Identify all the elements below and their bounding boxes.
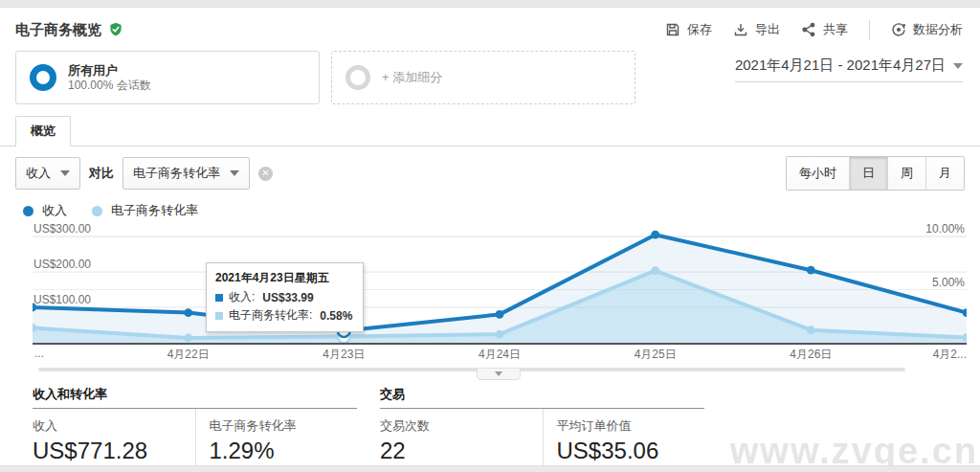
date-range-text: 2021年4月21日 - 2021年4月27日 [735, 56, 946, 75]
primary-metric-select[interactable]: 收入 [15, 157, 80, 190]
share-icon [801, 22, 816, 37]
add-segment-label: + 添加细分 [382, 69, 442, 86]
tooltip-value: 0.58% [320, 309, 352, 323]
date-range-picker[interactable]: 2021年4月21日 - 2021年4月27日 [735, 56, 963, 82]
timeline-scrollbar[interactable] [38, 368, 905, 371]
insights-icon [891, 22, 906, 37]
x-axis-tick: 4月26日 [790, 347, 832, 363]
section-header: 收入和转化率 [33, 385, 357, 409]
metric-label: 收入 [33, 417, 184, 435]
granularity-week-button[interactable]: 周 [887, 157, 925, 190]
segment-title: 所有用户 [68, 63, 151, 79]
summary-row: 收入和转化率 收入 US$771.28 电子商务转化率 1.29% 交易 [0, 382, 980, 472]
x-axis-tick: 4月22日 [167, 347, 210, 363]
tooltip-row: 电子商务转化率: 0.58% [215, 307, 352, 324]
summary-section-transactions: 交易 交易次数 22 平均订单价值 US$35.06 [380, 385, 704, 472]
x-axis-tick: ... [34, 347, 44, 360]
metric-label: 电子商务转化率 [210, 417, 346, 435]
section-header: 交易 [380, 385, 704, 409]
verified-shield-icon [108, 22, 123, 37]
granularity-hourly-button[interactable]: 每小时 [787, 157, 849, 190]
primary-metric-label: 收入 [26, 165, 51, 182]
title-wrap: 电子商务概览 [15, 21, 123, 39]
vs-label: 对比 [89, 165, 114, 182]
main-chart[interactable]: 2021年4月23日星期五 收入: US$33.99 电子商务转化率: 0.58… [33, 226, 967, 345]
chart-legend: 收入 电子商务转化率 [0, 199, 980, 226]
chevron-down-icon [953, 63, 963, 69]
summary-section-revenue: 收入和转化率 收入 US$771.28 电子商务转化率 1.29% [33, 385, 357, 472]
tab-row: 概览 [0, 116, 980, 146]
top-strip [0, 0, 980, 8]
granularity-day-button[interactable]: 日 [849, 157, 887, 190]
chevron-down-icon [60, 170, 70, 176]
cards-row: 收入 US$771.28 电子商务转化率 1.29% [33, 409, 357, 472]
metric-card-aov: 平均订单价值 US$35.06 [543, 409, 705, 472]
insights-label: 数据分析 [913, 21, 963, 38]
secondary-metric-label: 电子商务转化率 [133, 165, 220, 182]
series-swatch-icon [215, 294, 223, 302]
page-title: 电子商务概览 [15, 21, 101, 39]
download-icon [733, 22, 748, 37]
export-label: 导出 [755, 21, 780, 38]
granularity-group: 每小时 日 周 月 [786, 156, 965, 191]
segment-ring-grey-icon [345, 65, 370, 90]
tooltip-label: 电子商务转化率: [229, 307, 312, 324]
chart-tooltip: 2021年4月23日星期五 收入: US$33.99 电子商务转化率: 0.58… [206, 262, 364, 332]
insights-button[interactable]: 数据分析 [891, 21, 963, 38]
header-actions: 保存 导出 共享 数据分析 [665, 20, 963, 39]
section-title: 收入和转化率 [33, 387, 107, 401]
tooltip-label: 收入: [229, 289, 255, 305]
save-label: 保存 [687, 21, 712, 38]
analytics-page: 电子商务概览 保存 导出 共享 数据分析 [0, 0, 980, 472]
remove-metric-icon[interactable]: ✕ [258, 167, 273, 181]
legend-label: 电子商务转化率 [111, 202, 198, 219]
chart-scroll-row [15, 364, 965, 382]
chart-canvas [33, 226, 967, 343]
tooltip-title: 2021年4月23日星期五 [215, 270, 352, 286]
metric-pickers: 收入 对比 电子商务转化率 ✕ [15, 157, 273, 190]
save-button[interactable]: 保存 [665, 21, 712, 38]
share-label: 共享 [823, 21, 848, 38]
tab-overview[interactable]: 概览 [15, 116, 71, 146]
metric-label: 平均订单价值 [557, 417, 694, 435]
segments-row: 所有用户 100.00% 会话数 + 添加细分 2021年4月21日 - 202… [0, 47, 980, 114]
add-segment-button[interactable]: + 添加细分 [331, 51, 635, 104]
share-button[interactable]: 共享 [801, 21, 848, 38]
chevron-down-icon [495, 371, 502, 376]
x-axis-labels: ...4月22日4月23日4月24日4月25日4月26日4月2... [33, 347, 967, 363]
report-header: 电子商务概览 保存 导出 共享 数据分析 [0, 8, 980, 47]
metric-value: 22 [380, 438, 531, 464]
cards-row: 交易次数 22 平均订单价值 US$35.06 [380, 409, 704, 472]
x-axis-tick: 4月24日 [479, 347, 521, 363]
controls-row: 收入 对比 电子商务转化率 ✕ 每小时 日 周 月 [0, 146, 980, 199]
metric-value: US$771.28 [33, 438, 184, 464]
series-swatch-icon [215, 312, 223, 320]
tooltip-row: 收入: US$33.99 [215, 289, 352, 305]
segment-all-users[interactable]: 所有用户 100.00% 会话数 [15, 51, 320, 104]
save-icon [665, 22, 680, 37]
legend-label: 收入 [42, 202, 67, 219]
tooltip-value: US$33.99 [262, 291, 313, 304]
legend-dot-icon [92, 206, 102, 216]
x-axis-line [33, 343, 967, 345]
x-axis-tick: 4月25日 [635, 347, 677, 363]
metric-label: 交易次数 [380, 417, 531, 435]
segment-texts: 所有用户 100.00% 会话数 [68, 63, 151, 93]
annotations-expander[interactable] [477, 369, 521, 380]
section-title: 交易 [380, 387, 405, 401]
export-button[interactable]: 导出 [733, 21, 780, 38]
legend-item-conversion: 电子商务转化率 [92, 202, 198, 219]
chevron-down-icon [230, 170, 239, 176]
granularity-month-button[interactable]: 月 [925, 157, 964, 190]
metric-value: 1.29% [210, 438, 346, 464]
metric-card-revenue: 收入 US$771.28 [33, 409, 195, 472]
actions-divider [869, 20, 870, 39]
metric-card-conversion: 电子商务转化率 1.29% [195, 409, 358, 472]
metric-card-transactions: 交易次数 22 [380, 409, 543, 472]
x-axis-tick: 4月2... [933, 347, 967, 363]
secondary-metric-select[interactable]: 电子商务转化率 [122, 157, 250, 190]
segment-subtitle: 100.00% 会话数 [68, 79, 151, 93]
x-axis-tick: 4月23日 [323, 347, 365, 363]
legend-dot-icon [23, 206, 33, 216]
legend-item-revenue: 收入 [23, 202, 67, 219]
